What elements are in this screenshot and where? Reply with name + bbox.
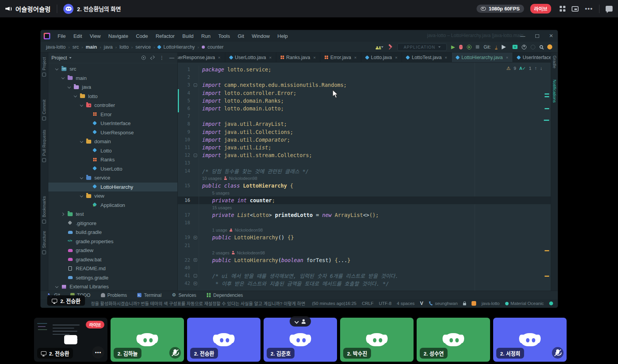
breadcrumb-item[interactable]: LottoHierarchy	[163, 44, 195, 50]
line-number[interactable]: 21	[178, 243, 192, 248]
tree-item-Ranks[interactable]: Ranks	[48, 155, 177, 164]
tile-participant[interactable]: 2. 김준호	[264, 318, 337, 362]
line-number[interactable]: 6	[178, 106, 192, 111]
gradle-notification-icon[interactable]	[547, 44, 552, 49]
tool-stripe-notifications[interactable]: Notifications	[552, 80, 557, 103]
line-number[interactable]: 15	[178, 183, 192, 188]
tab-LottoHierarchy.java[interactable]: LottoHierarchy.java×	[452, 52, 513, 62]
menu-help[interactable]: Help	[274, 32, 291, 40]
code-line-7[interactable]: 7	[178, 112, 551, 120]
breadcrumb-item[interactable]: java-lotto	[46, 44, 66, 50]
code-line-14[interactable]: 14/* 당첨 등수를 찾는 것에 관련된 클래스 */	[178, 167, 551, 174]
toolwindow-problems[interactable]: Problems	[101, 293, 127, 298]
line-number[interactable]: 40	[178, 265, 192, 271]
tool-stripe-bookmarks[interactable]: Bookmarks	[42, 196, 46, 223]
tab-UserInterface.java[interactable]: UserInterface.java×	[513, 52, 551, 62]
tile-participant[interactable]: 2. 김하늘	[111, 318, 184, 362]
code-line-9[interactable]: 9import java.util.Collections;	[178, 128, 551, 136]
coverage-icon[interactable]	[467, 45, 472, 49]
tree-item-LottoHierarchy[interactable]: LottoHierarchy	[48, 183, 177, 192]
code-line-11[interactable]: 11import java.util.List;	[178, 144, 551, 151]
inspections-widget[interactable]: ⚠ 9 A✓ 1 ↑ ↓	[506, 66, 542, 71]
tree-chevron-icon[interactable]	[68, 85, 72, 89]
locate-file-icon[interactable]	[141, 56, 146, 60]
usages-hint[interactable]: 2 usagesNickolodeon98	[212, 251, 265, 255]
tree-chevron-icon[interactable]	[80, 176, 84, 180]
code-line-2[interactable]: 2	[178, 73, 551, 81]
breadcrumb-item[interactable]: service	[136, 44, 151, 50]
stop-icon[interactable]	[476, 45, 479, 49]
tool-stripe-gradle[interactable]: Gradle	[552, 56, 557, 68]
tree-chevron-icon[interactable]	[55, 285, 59, 289]
ideavim-icon[interactable]: V	[420, 301, 423, 306]
code-line-22[interactable]: 22+public LottoHierarchy(boolean forTest…	[178, 256, 551, 264]
line-number[interactable]: 13	[178, 160, 192, 166]
code-line-19[interactable]: 19+public LottoHierarchy() {}	[178, 234, 551, 241]
fold-icon[interactable]: -	[194, 83, 197, 87]
toolwindow-dependencies[interactable]: Dependencies	[207, 293, 243, 298]
tile-participant[interactable]: 2. 성수연	[417, 318, 490, 362]
tree-item-gradlew.bat[interactable]: gradlew.bat	[48, 255, 177, 264]
project-name[interactable]: java-lotto	[482, 301, 500, 306]
tree-item-.gitignore[interactable]: .gitignore	[48, 219, 177, 228]
tree-item-README.md[interactable]: README.md	[48, 264, 177, 273]
menu-run[interactable]: Run	[198, 32, 214, 40]
tree-chevron-icon[interactable]	[80, 103, 84, 107]
code-line-16[interactable]: 16private int counter;	[178, 196, 551, 204]
code-line-5[interactable]: 5import lotto.domain.Ranks;	[178, 97, 551, 105]
close-tab-icon[interactable]: ×	[313, 55, 315, 60]
breadcrumb-item[interactable]: src	[72, 44, 79, 50]
toolwindow-services[interactable]: ⚙Services	[172, 293, 196, 298]
menu-file[interactable]: File	[54, 32, 69, 40]
more-options-icon[interactable]: •••	[585, 7, 593, 11]
tile-options-button[interactable]: •••	[92, 346, 104, 359]
tile-screenshare[interactable]: 라이브 2. 전승환 •••	[34, 318, 107, 362]
prev-issue-icon[interactable]: ↑	[535, 66, 537, 71]
tab-UserResponse.java[interactable]: UserResponse.java×	[178, 52, 225, 62]
line-number[interactable]: 19	[178, 235, 192, 240]
breadcrumb-item[interactable]: main	[86, 44, 97, 50]
menu-refactor[interactable]: Refactor	[152, 32, 178, 40]
project-panel-header[interactable]: Project ⋮ —	[48, 52, 177, 63]
line-number[interactable]: 2	[178, 74, 192, 80]
tree-item-src[interactable]: src	[48, 64, 177, 74]
line-number[interactable]: 10	[178, 137, 192, 142]
tree-item-UserInterface[interactable]: UserInterface	[48, 119, 177, 128]
close-tab-icon[interactable]: ×	[354, 55, 356, 60]
tree-item-External Libraries[interactable]: External Libraries	[48, 282, 177, 291]
tool-stripe-project[interactable]: Project	[42, 57, 46, 76]
line-number[interactable]: 5	[178, 98, 192, 103]
tree-chevron-icon[interactable]	[61, 212, 65, 216]
history-icon[interactable]	[522, 45, 526, 49]
code-line-41[interactable]: 41-/* ui 에서 받을 때를 생각해보면, 입력된 숫자 6개를 리스트로…	[178, 272, 551, 279]
tree-item-service[interactable]: service	[48, 173, 177, 183]
line-number[interactable]: 8	[178, 121, 192, 127]
code-line-12[interactable]: 12-import java.util.stream.Collectors;	[178, 151, 551, 159]
hide-panel-icon[interactable]: —	[169, 55, 174, 61]
run-icon[interactable]: ▶	[451, 44, 455, 50]
tree-item-Error[interactable]: Error	[48, 110, 177, 119]
line-number[interactable]: 7	[178, 113, 192, 119]
tree-chevron-icon[interactable]	[61, 76, 65, 80]
line-number[interactable]: 1	[178, 67, 192, 72]
line-number[interactable]: 12	[178, 152, 192, 158]
fold-icon[interactable]: -	[194, 274, 197, 278]
close-tab-icon[interactable]: ×	[506, 55, 508, 60]
intellij-logo-icon[interactable]	[44, 33, 50, 39]
fold-icon[interactable]: +	[194, 282, 197, 285]
tree-item-UserResponse[interactable]: UserResponse	[48, 128, 177, 137]
close-tab-icon[interactable]: ×	[445, 55, 447, 60]
tile-hover-controls[interactable]	[290, 316, 311, 327]
fold-icon[interactable]: -	[194, 154, 197, 157]
next-issue-icon[interactable]: ↓	[540, 66, 542, 71]
usages-hint[interactable]: 15 usages	[212, 205, 232, 210]
tree-item-controller[interactable]: controller	[48, 101, 177, 110]
tree-item-main[interactable]: main	[48, 74, 177, 83]
line-number[interactable]: 42	[178, 281, 192, 286]
debug-icon[interactable]	[459, 45, 463, 49]
code-line-15[interactable]: 15public class LottoHierarchy {	[178, 182, 551, 190]
menu-tools[interactable]: Tools	[215, 32, 233, 40]
code-line-10[interactable]: 10import java.util.Comparator;	[178, 136, 551, 144]
close-tab-icon[interactable]: ×	[395, 55, 397, 60]
minimize-icon[interactable]: —	[520, 33, 525, 39]
